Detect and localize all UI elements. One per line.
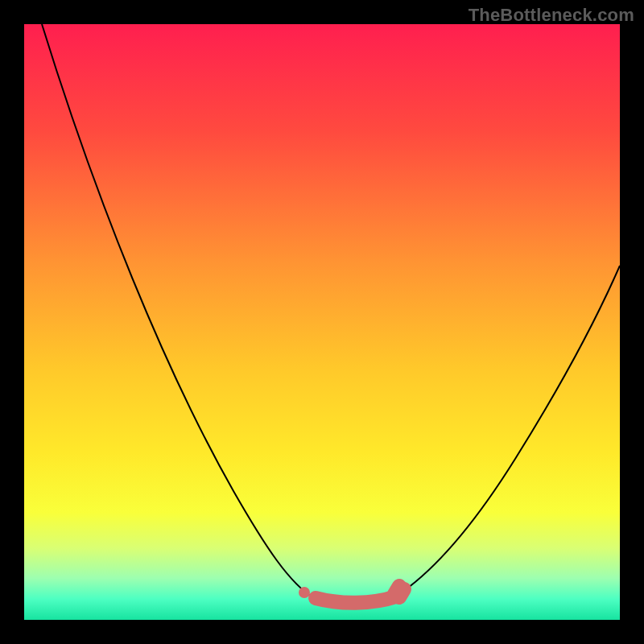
watermark-text: TheBottleneck.com — [469, 5, 634, 26]
valley-highlight-stroke — [316, 597, 396, 603]
valley-highlight-spur — [394, 586, 404, 597]
plot-area — [24, 24, 620, 620]
bottleneck-curve-right — [394, 266, 620, 597]
valley-highlight-dot — [299, 587, 310, 598]
curve-layer — [24, 24, 620, 620]
bottleneck-curve-left — [42, 24, 314, 598]
